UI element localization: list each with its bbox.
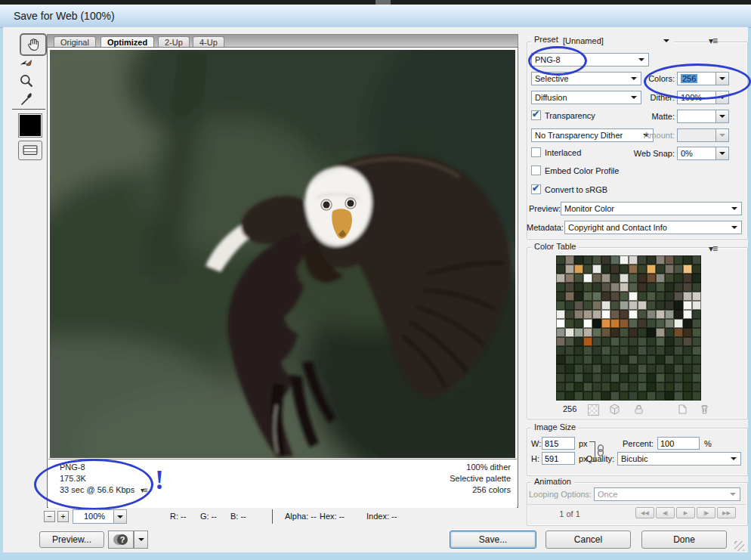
color-swatch[interactable] <box>674 364 683 373</box>
color-swatch[interactable] <box>629 391 638 401</box>
color-swatch[interactable] <box>665 319 674 328</box>
color-swatch[interactable] <box>574 364 583 373</box>
color-swatch[interactable] <box>692 355 701 364</box>
color-swatch[interactable] <box>556 391 565 401</box>
width-field[interactable] <box>542 437 575 450</box>
preview-in-browser-button[interactable]: Preview... <box>39 531 104 548</box>
height-field[interactable] <box>542 452 575 465</box>
color-swatch[interactable] <box>601 391 610 401</box>
color-swatch[interactable] <box>674 346 683 355</box>
map-transparency-icon[interactable] <box>588 404 599 416</box>
color-swatch[interactable] <box>656 337 665 346</box>
color-swatch[interactable] <box>638 319 647 328</box>
color-swatch[interactable] <box>610 373 620 382</box>
color-swatch[interactable] <box>565 301 574 310</box>
color-swatch[interactable] <box>620 283 629 292</box>
color-swatch[interactable] <box>556 364 565 373</box>
color-swatch[interactable] <box>629 328 638 337</box>
color-swatch[interactable] <box>674 255 683 265</box>
color-swatch[interactable] <box>629 292 638 301</box>
web-snap-dropdown-button[interactable] <box>715 147 728 159</box>
color-swatch[interactable] <box>683 292 692 301</box>
color-swatch[interactable] <box>692 274 701 283</box>
color-swatch[interactable] <box>610 283 620 292</box>
color-swatch[interactable] <box>574 328 583 337</box>
color-swatch[interactable] <box>683 364 692 373</box>
cancel-button[interactable]: Cancel <box>545 531 631 549</box>
color-swatch[interactable] <box>556 346 565 355</box>
color-swatch[interactable] <box>601 364 610 373</box>
color-swatch[interactable] <box>583 274 592 283</box>
dither-method-dropdown[interactable]: Diffusion <box>531 91 641 104</box>
color-swatch[interactable] <box>674 301 683 310</box>
color-swatch[interactable] <box>656 355 665 364</box>
hand-tool-button[interactable] <box>20 33 47 56</box>
color-swatch[interactable] <box>656 283 665 292</box>
color-swatch[interactable] <box>629 283 638 292</box>
color-swatch[interactable] <box>574 265 583 274</box>
first-frame-button[interactable]: ◀◀ <box>635 507 654 518</box>
color-swatch[interactable] <box>692 337 701 346</box>
color-swatch[interactable] <box>683 382 692 391</box>
convert-srgb-checkbox[interactable]: ✔ <box>531 184 541 194</box>
color-swatch[interactable] <box>574 283 583 292</box>
play-button[interactable]: ▶ <box>676 507 695 518</box>
color-swatch[interactable] <box>656 274 665 283</box>
color-swatch[interactable] <box>656 346 665 355</box>
color-swatch[interactable] <box>647 265 656 274</box>
color-swatch[interactable] <box>620 310 629 319</box>
title-bar[interactable]: Save for Web (100%) <box>0 5 751 28</box>
color-swatch[interactable] <box>692 346 701 355</box>
color-swatch[interactable] <box>647 301 656 310</box>
color-swatch[interactable] <box>556 382 565 391</box>
color-swatch[interactable] <box>620 255 629 265</box>
color-swatch[interactable] <box>638 292 647 301</box>
color-swatch[interactable] <box>620 373 629 382</box>
color-swatch[interactable] <box>692 382 701 391</box>
color-swatch[interactable] <box>656 319 665 328</box>
color-swatch[interactable] <box>583 391 592 401</box>
color-swatch[interactable] <box>620 292 629 301</box>
color-swatch[interactable] <box>683 255 692 265</box>
color-swatch[interactable] <box>629 373 638 382</box>
color-swatch[interactable] <box>583 382 592 391</box>
color-swatch[interactable] <box>601 274 610 283</box>
color-swatch[interactable] <box>574 355 583 364</box>
color-swatch[interactable] <box>665 355 674 364</box>
color-swatch[interactable] <box>620 337 629 346</box>
color-swatch[interactable] <box>638 364 647 373</box>
color-swatch[interactable] <box>601 337 610 346</box>
color-swatch[interactable] <box>592 310 601 319</box>
color-swatch[interactable] <box>638 274 647 283</box>
color-swatch[interactable] <box>656 382 665 391</box>
color-swatch[interactable] <box>574 310 583 319</box>
color-swatch[interactable] <box>620 319 629 328</box>
color-swatch[interactable] <box>638 382 647 391</box>
zoom-tool-button[interactable] <box>17 73 36 89</box>
color-swatch[interactable] <box>656 364 665 373</box>
color-swatch[interactable] <box>674 382 683 391</box>
color-swatch[interactable] <box>656 255 665 265</box>
color-swatch[interactable] <box>556 328 565 337</box>
color-swatch[interactable] <box>692 310 701 319</box>
previous-frame-button[interactable]: ◀| <box>656 507 675 518</box>
matte-combo[interactable] <box>677 110 729 123</box>
color-swatch[interactable] <box>601 382 610 391</box>
save-button[interactable]: Save... <box>450 531 536 549</box>
color-swatch[interactable] <box>610 337 620 346</box>
color-swatch[interactable] <box>665 310 674 319</box>
color-swatch[interactable] <box>565 319 574 328</box>
web-snap-combo[interactable]: 0% <box>677 147 729 160</box>
color-swatch[interactable] <box>638 328 647 337</box>
done-button[interactable]: Done <box>641 531 727 549</box>
color-swatch[interactable] <box>583 328 592 337</box>
new-color-icon[interactable] <box>677 404 688 415</box>
color-swatch[interactable] <box>674 328 683 337</box>
color-swatch[interactable] <box>620 391 629 401</box>
color-swatch[interactable] <box>601 355 610 364</box>
color-swatch[interactable] <box>583 255 592 265</box>
color-swatch[interactable] <box>574 337 583 346</box>
color-swatch[interactable] <box>610 310 620 319</box>
color-swatch[interactable] <box>556 283 565 292</box>
color-table-menu-icon[interactable]: ▾≡ <box>709 243 717 254</box>
